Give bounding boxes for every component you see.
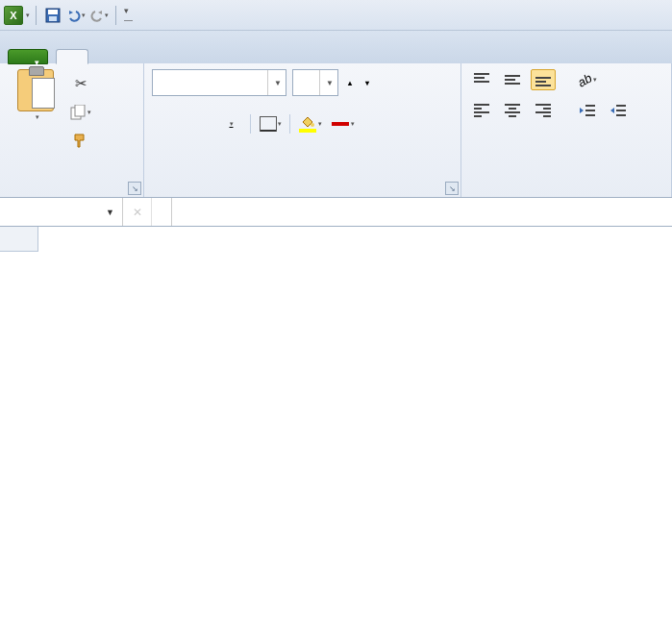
increase-indent-button[interactable] [606, 100, 631, 121]
format-painter-button[interactable] [69, 131, 92, 152]
select-all-corner[interactable] [0, 227, 38, 252]
name-box-arrow[interactable]: ▼ [106, 208, 114, 217]
redo-button[interactable]: ▾ [88, 5, 110, 26]
bold-button[interactable] [152, 111, 179, 136]
align-bottom-button[interactable] [531, 69, 556, 90]
align-center-button[interactable] [500, 100, 525, 121]
borders-button[interactable]: ▾ [257, 111, 284, 136]
font-launcher[interactable]: ↘ [445, 182, 459, 195]
italic-button[interactable] [185, 111, 212, 136]
formula-input[interactable] [172, 198, 672, 226]
scissors-icon: ✂ [75, 75, 87, 92]
border-icon [260, 116, 277, 132]
cancel-edit-button[interactable]: ✕ [123, 198, 152, 226]
underline-button[interactable]: ▾ [217, 111, 244, 136]
clipboard-launcher[interactable]: ↘ [128, 182, 141, 195]
orientation-icon: ab [575, 70, 594, 89]
separator [36, 6, 37, 25]
font-color-button[interactable]: ▾ [329, 111, 356, 136]
group-label-alignment [469, 191, 663, 195]
group-font: ▼ ▼ ▴ ▾ ▾ ▾ ▾ [144, 63, 461, 197]
copy-icon [70, 105, 87, 120]
copy-button[interactable]: ▾ [69, 102, 92, 123]
group-label-font [152, 191, 453, 195]
separator [115, 6, 116, 25]
align-right-icon [535, 104, 551, 117]
orientation-button[interactable]: ab▾ [575, 69, 600, 90]
worksheet-grid [0, 227, 672, 252]
quick-access-toolbar: ▾ ▾ ▾ ▾― [0, 0, 672, 31]
paste-icon [17, 69, 54, 111]
align-left-icon [474, 104, 489, 117]
brush-icon [72, 133, 89, 150]
tab-formulas[interactable] [154, 50, 187, 64]
tab-file[interactable] [8, 49, 48, 64]
tab-insert[interactable] [88, 50, 121, 64]
svg-rect-2 [49, 16, 57, 21]
group-label-clipboard [8, 191, 136, 195]
redo-icon [89, 9, 104, 22]
group-alignment: ab▾ [461, 63, 672, 197]
app-menu-arrow[interactable]: ▾ [26, 12, 30, 19]
save-button[interactable] [42, 5, 63, 26]
tab-page-layout[interactable] [121, 50, 154, 64]
undo-icon [66, 9, 81, 22]
svg-point-5 [311, 123, 314, 127]
qat-customize[interactable]: ▾― [122, 6, 135, 25]
decrease-indent-button[interactable] [575, 100, 600, 121]
app-icon [4, 6, 23, 25]
fill-color-button[interactable]: ▾ [296, 111, 323, 136]
decrease-indent-icon [579, 103, 596, 118]
align-middle-button[interactable] [500, 69, 525, 90]
font-name-combo[interactable]: ▼ [152, 69, 286, 96]
align-left-button[interactable] [469, 100, 494, 121]
tab-home[interactable] [56, 49, 88, 64]
increase-indent-icon [610, 103, 627, 118]
ribbon: ▾ ✂ ▾ ↘ ▼ ▼ ▴ ▾ [0, 63, 672, 198]
undo-button[interactable]: ▾ [65, 5, 87, 26]
svg-rect-4 [75, 105, 85, 116]
svg-rect-1 [48, 10, 58, 14]
name-box[interactable]: ▼ [0, 198, 123, 226]
save-icon [45, 8, 61, 23]
formula-bar: ▼ ✕ [0, 198, 672, 227]
insert-function-button[interactable] [152, 198, 172, 226]
align-bottom-icon [535, 73, 551, 86]
align-top-button[interactable] [469, 69, 494, 90]
group-clipboard: ▾ ✂ ▾ ↘ [0, 63, 144, 197]
bucket-icon [300, 115, 315, 129]
align-right-button[interactable] [531, 100, 556, 121]
tab-data[interactable] [187, 50, 219, 64]
ribbon-tabs [0, 31, 672, 63]
cut-button[interactable]: ✂ [69, 73, 92, 94]
align-top-icon [474, 73, 489, 86]
shrink-font-button[interactable]: ▾ [361, 77, 373, 89]
align-middle-icon [505, 73, 520, 86]
font-size-combo[interactable]: ▼ [292, 69, 338, 96]
paste-button[interactable]: ▾ [8, 69, 63, 191]
grow-font-button[interactable]: ▴ [344, 77, 356, 89]
align-center-icon [505, 104, 520, 117]
